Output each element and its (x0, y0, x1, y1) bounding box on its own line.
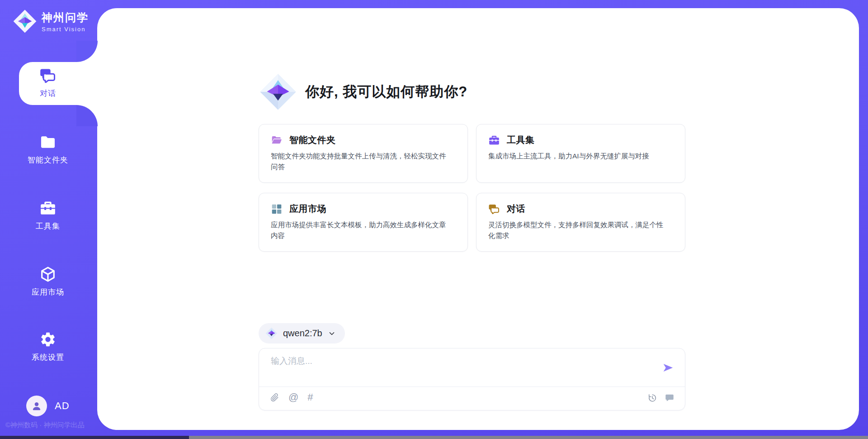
card-title: 智能文件夹 (289, 134, 336, 146)
greeting: 你好, 我可以如何帮助你? (259, 73, 467, 111)
message-composer: @ # (259, 348, 685, 410)
app-logo: 神州问学 Smart Vision (13, 9, 89, 33)
message-input[interactable] (271, 355, 651, 382)
model-diamond-icon (265, 327, 278, 339)
sidebar-item-label: 工具集 (18, 221, 78, 231)
sidebar-item-chat[interactable]: 对话 (18, 67, 78, 99)
user-profile[interactable]: AD (26, 396, 70, 416)
brand-title: 神州问学 (42, 10, 89, 25)
chevron-down-icon (328, 329, 336, 338)
card-title: 对话 (507, 203, 525, 215)
sidebar-item-settings[interactable]: 系统设置 (18, 331, 78, 363)
greeting-text: 你好, 我可以如何帮助你? (305, 82, 467, 101)
chat-bubbles-icon (488, 203, 500, 215)
sidebar-item-toolset[interactable]: 工具集 (18, 200, 78, 231)
mention-icon[interactable]: @ (288, 392, 298, 402)
attachment-icon[interactable] (270, 393, 279, 402)
avatar (26, 396, 47, 416)
card-description: 集成市场上主流工具，助力AI与外界无缝扩展与对接 (488, 151, 673, 162)
nav-pill-connector-bottom (76, 105, 98, 126)
brand-subtitle: Smart Vision (42, 26, 89, 33)
card-title: 应用市场 (289, 203, 326, 215)
card-description: 应用市场提供丰富长文本模板，助力高效生成多样化文章内容 (271, 220, 456, 241)
bottom-edge-bar-dark (0, 436, 189, 439)
sidebar-item-label: 系统设置 (18, 352, 78, 363)
toolbox-icon (39, 200, 57, 217)
composer-divider (259, 387, 685, 387)
composer-tools-left: @ # (270, 392, 313, 402)
person-icon (31, 400, 42, 412)
send-icon[interactable] (662, 362, 674, 374)
hashtag-icon[interactable]: # (307, 392, 313, 402)
sidebar-item-label: 应用市场 (18, 287, 78, 297)
chat-bubbles-icon (39, 67, 57, 84)
card-title: 工具集 (507, 134, 535, 146)
card-description: 灵活切换多模型文件，支持多样回复效果调试，满足个性化需求 (488, 220, 673, 241)
gear-icon (39, 331, 57, 348)
card-app-market[interactable]: 应用市场 应用市场提供丰富长文本模板，助力高效生成多样化文章内容 (259, 193, 468, 252)
card-description: 智能文件夹功能支持批量文件上传与清洗，轻松实现文件问答 (271, 151, 456, 172)
composer-tools-right (647, 393, 675, 403)
brand-diamond-icon (13, 9, 37, 33)
card-chat[interactable]: 对话 灵活切换多模型文件，支持多样回复效果调试，满足个性化需求 (476, 193, 685, 252)
user-initials: AD (55, 400, 70, 412)
chat-bubble-icon[interactable] (665, 393, 675, 403)
history-icon[interactable] (647, 393, 657, 403)
grid-icon (271, 203, 283, 215)
toolbox-icon (488, 134, 500, 146)
copyright-text: ©神州数码 · 神州问学出品 (5, 421, 105, 429)
model-selector[interactable]: qwen2:7b (259, 323, 345, 344)
sidebar-item-label: 对话 (18, 88, 78, 99)
folder-open-icon (271, 134, 283, 146)
folder-icon (39, 134, 57, 151)
nav-pill-connector-top (76, 41, 98, 62)
card-smart-folder[interactable]: 智能文件夹 智能文件夹功能支持批量文件上传与清洗，轻松实现文件问答 (259, 124, 468, 183)
feature-cards: 智能文件夹 智能文件夹功能支持批量文件上传与清洗，轻松实现文件问答 工具集 集成… (259, 124, 685, 252)
sidebar-item-label: 智能文件夹 (18, 155, 78, 165)
assistant-diamond-icon (259, 73, 297, 111)
model-name: qwen2:7b (283, 328, 322, 339)
sidebar-item-app-market[interactable]: 应用市场 (18, 266, 78, 297)
card-toolset[interactable]: 工具集 集成市场上主流工具，助力AI与外界无缝扩展与对接 (476, 124, 685, 183)
sidebar-item-smart-folder[interactable]: 智能文件夹 (18, 134, 78, 165)
cube-icon (39, 266, 57, 283)
